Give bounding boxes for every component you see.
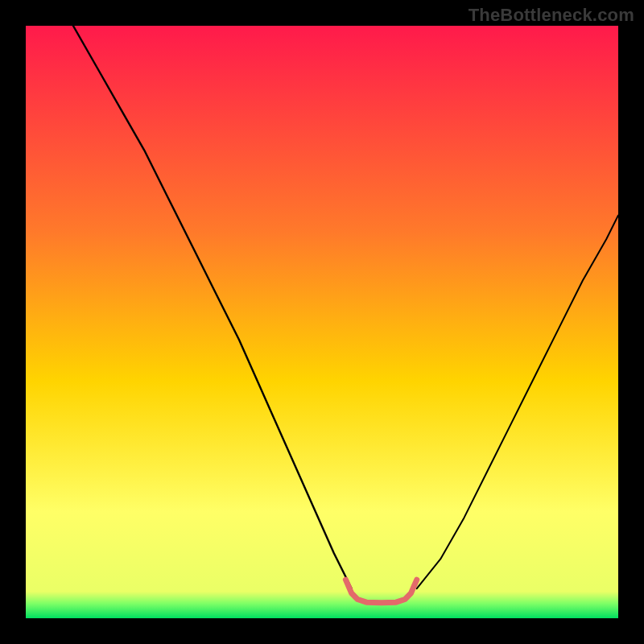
chart-frame: TheBottleneck.com xyxy=(0,0,644,644)
chart-background xyxy=(26,26,618,618)
watermark-text: TheBottleneck.com xyxy=(469,5,634,26)
chart-svg xyxy=(26,26,618,618)
plot-area xyxy=(26,26,618,618)
